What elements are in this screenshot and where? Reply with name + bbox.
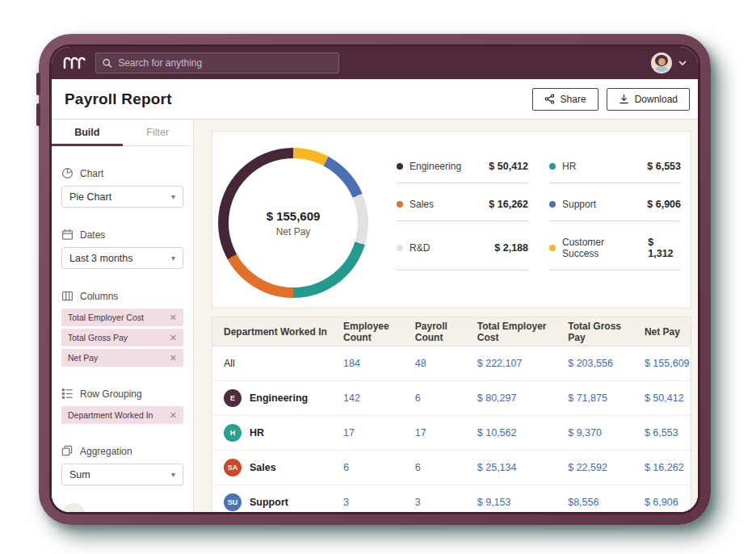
department-avatar: E [224, 389, 242, 407]
legend-item: Support$ 6,906 [549, 199, 681, 221]
chart-type-select[interactable]: Pie Chart ▾ [61, 186, 183, 208]
columns-icon [61, 290, 74, 302]
legend-department-value: $ 6,553 [647, 161, 681, 172]
legend-item: Engineering$ 50,412 [397, 161, 528, 183]
chip-remove-icon[interactable]: ✕ [170, 333, 177, 343]
table-value-link[interactable]: 17 [332, 427, 404, 439]
department-avatar: H [224, 424, 242, 442]
global-search[interactable] [95, 52, 339, 73]
department-cell: SUSupport [212, 493, 332, 511]
table-value-link[interactable]: $ 9,370 [556, 427, 633, 439]
chip-remove-icon[interactable]: ✕ [170, 410, 177, 421]
table-value-link[interactable]: 6 [404, 462, 466, 473]
table-value-link[interactable]: $ 222,107 [466, 358, 556, 369]
report-table: Department Worked InEmployee CountPayrol… [212, 317, 691, 512]
table-header-cell: Department Worked In [212, 326, 332, 338]
legend-department-name: HR [562, 161, 576, 172]
table-value-link[interactable]: 184 [332, 358, 404, 369]
donut-center: $ 155,609 Net Pay [218, 148, 368, 298]
row-grouping-chip-list: Department Worked In✕ [61, 406, 183, 424]
columns-chip-list: Total Employer Cost✕Total Gross Pay✕Net … [61, 308, 183, 367]
legend-department-value: $ 16,262 [489, 199, 528, 210]
table-value-link[interactable]: 142 [332, 392, 404, 404]
table-value-link[interactable]: $ 203,556 [556, 358, 633, 369]
department-cell: EEngineering [212, 389, 332, 407]
field-chip[interactable]: Total Employer Cost✕ [61, 308, 183, 326]
table-value-link[interactable]: $ 9,153 [466, 497, 556, 508]
columns-section-label: Columns [61, 290, 183, 302]
field-chip[interactable]: Total Gross Pay✕ [61, 329, 183, 346]
chip-label: Department Worked In [68, 410, 153, 420]
department-cell: All [212, 358, 332, 369]
table-value-link[interactable]: 3 [332, 497, 404, 508]
table-value-link[interactable]: $8,556 [556, 497, 633, 508]
legend-department-name: Customer Success [562, 237, 641, 259]
table-header-cell: Employee Count [332, 321, 404, 343]
chart-panel: $ 155,609 Net Pay Engineering$ 50,412HR$… [212, 131, 691, 308]
download-button[interactable]: Download [607, 88, 690, 111]
table-value-link[interactable]: $ 6,906 [633, 497, 691, 508]
legend-item: R&D$ 2,188 [397, 237, 528, 271]
legend-department-name: Sales [410, 199, 434, 210]
user-avatar[interactable] [651, 52, 672, 73]
table-value-link[interactable]: 48 [404, 358, 466, 369]
table-row: All18448$ 222,107$ 203,556$ 155,609 [212, 346, 691, 381]
department-avatar: SA [224, 459, 242, 476]
page-background: Payroll Report Share Download [0, 0, 756, 554]
legend-department-name: Engineering [410, 161, 461, 172]
table-value-link[interactable]: $ 50,412 [633, 392, 691, 404]
department-name: Engineering [250, 392, 308, 404]
table-value-link[interactable]: $ 10,562 [466, 427, 556, 439]
chip-label: Net Pay [68, 353, 98, 363]
legend-department-name: Support [562, 199, 596, 210]
columns-label: Columns [80, 291, 118, 302]
table-value-link[interactable]: $ 80,297 [466, 392, 556, 404]
chart-type-value: Pie Chart [69, 191, 111, 203]
search-input[interactable] [118, 57, 332, 69]
legend-color-dot [549, 163, 556, 170]
table-body: All18448$ 222,107$ 203,556$ 155,609EEngi… [212, 346, 691, 512]
calendar-icon [61, 229, 74, 241]
tab-filter[interactable]: Filter [123, 120, 194, 145]
department-cell: SASales [212, 459, 332, 476]
table-header-row: Department Worked InEmployee CountPayrol… [212, 317, 691, 346]
pie-chart-icon [61, 167, 74, 179]
dates-label: Dates [80, 229, 105, 241]
tablet-frame: Payroll Report Share Download [39, 34, 711, 525]
avatar-face [658, 58, 666, 65]
legend-department-value: $ 2,188 [494, 242, 528, 254]
department-cell: HHR [212, 424, 332, 442]
chevron-down-icon: ▾ [171, 470, 175, 479]
chip-remove-icon[interactable]: ✕ [170, 353, 177, 363]
donut-total-label: Net Pay [276, 226, 311, 237]
department-name: Support [250, 497, 288, 508]
field-chip[interactable]: Department Worked In✕ [61, 406, 183, 424]
field-chip[interactable]: Net Pay✕ [61, 349, 183, 367]
collapse-sidebar-button[interactable] [61, 503, 86, 512]
aggregation-label: Aggregation [80, 446, 132, 457]
department-name: HR [250, 427, 264, 439]
table-value-link[interactable]: $ 71,875 [556, 392, 633, 404]
table-value-link[interactable]: 6 [404, 392, 466, 404]
dates-value: Last 3 months [69, 253, 133, 264]
row-grouping-section-label: Row Grouping [61, 388, 183, 400]
table-value-link[interactable]: 17 [404, 427, 466, 439]
chip-label: Total Gross Pay [68, 333, 128, 342]
legend-color-dot [397, 201, 403, 208]
tab-build[interactable]: Build [52, 120, 123, 145]
dates-select[interactable]: Last 3 months ▾ [61, 247, 183, 269]
share-button[interactable]: Share [532, 88, 598, 111]
chevron-down-icon[interactable] [678, 61, 687, 66]
chip-label: Total Employer Cost [68, 313, 144, 322]
table-value-link[interactable]: $ 155,609 [633, 358, 691, 369]
department-avatar: SU [224, 493, 242, 511]
aggregation-select[interactable]: Sum ▾ [61, 464, 183, 485]
top-navigation-bar [52, 47, 698, 79]
chip-remove-icon[interactable]: ✕ [170, 313, 177, 323]
table-value-link[interactable]: $ 22,592 [556, 462, 633, 473]
table-value-link[interactable]: $ 16,262 [633, 462, 691, 473]
table-value-link[interactable]: $ 25,134 [466, 462, 556, 473]
table-value-link[interactable]: 3 [404, 497, 466, 508]
table-value-link[interactable]: $ 6,553 [633, 427, 691, 439]
table-value-link[interactable]: 6 [332, 462, 404, 473]
